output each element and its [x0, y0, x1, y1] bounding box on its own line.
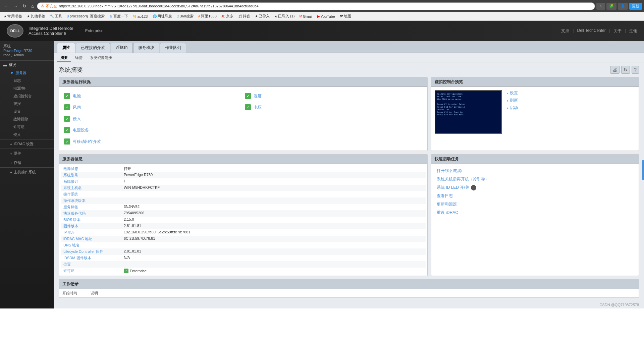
bookmark-import2[interactable]: ★ 已导入 (1) — [273, 13, 297, 19]
refresh-button[interactable]: ↻ — [21, 3, 28, 9]
power-supply-link[interactable]: 电源设备 — [73, 127, 89, 133]
logout-link[interactable]: 注销 — [629, 28, 637, 34]
sidebar-item-license[interactable]: 许可证 — [0, 123, 54, 131]
removable-link[interactable]: 可移动闪存介质 — [73, 139, 101, 145]
sidebar-item-power[interactable]: 电源/热 — [0, 84, 54, 92]
vconsole-label: 虚拟控制台 — [13, 94, 32, 99]
mac-label[interactable]: iDRAC MAC 地址 — [63, 236, 124, 241]
home-button[interactable]: ⌂ — [30, 3, 36, 9]
sub-tab-summary[interactable]: 摘要 — [57, 54, 71, 62]
tab-properties[interactable]: 属性 — [57, 43, 75, 53]
console-content: DELL Waiting configuration to be finaliz… — [431, 87, 639, 137]
sidebar-item-hardware[interactable]: + 硬件 — [0, 150, 54, 157]
sidebar-item-troubleshoot[interactable]: 故障排除 — [0, 115, 54, 123]
express-code-label[interactable]: 快速服务代码 — [63, 211, 124, 216]
intrusion-link[interactable]: 侵入 — [73, 116, 81, 122]
bookmark-youtube[interactable]: ▶ YouTube — [316, 14, 337, 19]
sidebar-item-log[interactable]: 日志 — [0, 77, 54, 84]
led-ball-icon[interactable] — [471, 185, 476, 190]
print-button[interactable]: 🖨 — [610, 66, 620, 74]
quick-item-led[interactable]: 系统 ID LED 开/关 — [434, 183, 636, 192]
model-label[interactable]: 系统型号 — [63, 173, 124, 178]
console-settings-link[interactable]: › 设置 — [507, 90, 518, 96]
settings-label: 设置 — [13, 109, 21, 114]
tab-vflash[interactable]: vFlash — [111, 43, 132, 53]
bookmark-import1[interactable]: ★ 已导入 — [253, 13, 271, 19]
console-preview[interactable]: DELL Waiting configuration to be finaliz… — [435, 90, 502, 134]
sidebar-item-storage[interactable]: + 存储 — [0, 159, 54, 167]
check-icon-intrusion: ✓ — [64, 116, 70, 122]
bookmark-hao123[interactable]: h hao123 — [131, 14, 149, 19]
sidebar-item-server[interactable]: ▼ 服务器 — [0, 69, 54, 77]
tab-service-module[interactable]: 服务模块 — [133, 43, 159, 53]
battery-link[interactable]: 电池 — [73, 93, 81, 99]
bookmark-label: 360搜索 — [180, 14, 193, 19]
bookmark-ali[interactable]: A 阿里1688 — [197, 13, 218, 19]
bookmark-douyin[interactable]: 🎵 抖音 — [236, 13, 252, 19]
bookmark-baidu-search[interactable]: 百 百度一下 — [108, 13, 130, 19]
support-link[interactable]: 支持 — [561, 28, 569, 34]
tab-job-queue[interactable]: 作业队列 — [160, 43, 186, 53]
about-link[interactable]: 关于 — [613, 28, 622, 34]
bookmark-nav[interactable]: 🌐 网址导航 — [151, 13, 174, 19]
firmware-label[interactable]: 固件版本 — [63, 224, 124, 229]
quick-item-cold-boot[interactable]: 系统关机后再开机（冷引导） — [434, 175, 636, 183]
hostname-label[interactable]: 系统主机名 — [63, 185, 124, 190]
voltage-link[interactable]: 电压 — [254, 105, 262, 110]
address-bar[interactable]: ⚠ 不安全 https://192.168.0.250/index.html?S… — [37, 2, 595, 10]
sidebar-item-idrac-settings[interactable]: + iDRAC 设置 — [0, 140, 54, 148]
license-label[interactable]: 许可证 — [63, 268, 124, 273]
quick-item-power[interactable]: 打开/关闭电源 — [434, 167, 636, 175]
bookmark-map[interactable]: 🗺 地图 — [338, 13, 353, 19]
console-refresh-link[interactable]: › 刷新 — [507, 98, 518, 103]
sidebar-overview-section[interactable]: ▬ 概况 — [0, 61, 54, 69]
back-button[interactable]: ← — [2, 3, 10, 9]
power-toggle-label: 打开/关闭电源 — [437, 168, 462, 174]
os-label[interactable]: 操作系统 — [63, 192, 124, 197]
sidebar-item-alert[interactable]: 警报 — [0, 100, 54, 108]
forward-button[interactable]: → — [11, 3, 19, 9]
quick-item-view-log[interactable]: 查看日志 — [434, 192, 636, 200]
service-tag-label[interactable]: 服务标签 — [63, 205, 124, 210]
tab-connected-media[interactable]: 已连接的介质 — [76, 43, 110, 53]
sidebar-item-intrusion[interactable]: 侵入 — [0, 131, 54, 138]
ip-label[interactable]: IP 地址 — [63, 230, 124, 235]
help-button[interactable]: ? — [632, 66, 639, 74]
extensions-button[interactable]: 🧩 — [606, 3, 616, 10]
idsdm-label[interactable]: IDSDM 固件版本 — [63, 256, 124, 261]
bookmark-360[interactable]: Q 360搜索 — [175, 13, 195, 19]
techcenter-link[interactable]: Dell TechCenter — [577, 28, 606, 34]
power-status-label[interactable]: 电源状态 — [63, 166, 124, 171]
bookmark-gmail[interactable]: M Gmail — [298, 14, 314, 19]
bookmark-changyon[interactable]: ★ 常用书签 — [2, 13, 24, 19]
bios-label[interactable]: BIOS 版本 — [63, 217, 124, 222]
console-launch-link[interactable]: › 启动 — [507, 105, 518, 111]
dns-label[interactable]: DNS 域名 — [63, 243, 124, 248]
bookmark-tools[interactable]: 🔧 工具 — [48, 13, 64, 19]
os-version-label[interactable]: 操作系统版本 — [63, 198, 124, 203]
bookmark-other[interactable]: ★ 其他书签 — [25, 13, 47, 19]
location-label[interactable]: 位置 — [63, 262, 124, 267]
bookmark-baidu[interactable]: B processorη_百度搜索 — [65, 13, 106, 19]
scroll-indicator[interactable] — [642, 160, 644, 180]
watermark: CSDN @QQ719872578 — [54, 301, 644, 308]
temp-link[interactable]: 温度 — [254, 93, 262, 99]
idrac-title-block: Integrated Dell Remote Access Controller… — [29, 26, 73, 36]
update-button[interactable]: 更新 — [629, 3, 642, 10]
sub-tab-detail[interactable]: 详情 — [72, 54, 86, 62]
fan-link[interactable]: 风扇 — [73, 105, 81, 110]
sidebar-item-hostos[interactable]: + 主机操作系统 — [0, 168, 54, 176]
revision-label[interactable]: 系统修订 — [63, 179, 124, 184]
bookmark-jd[interactable]: JD 京东 — [220, 13, 235, 19]
idrac-header: DELL Integrated Dell Remote Access Contr… — [0, 21, 644, 41]
lc-firmware-label[interactable]: Lifecycle Controller 固件 — [63, 249, 124, 254]
quick-item-update[interactable]: 更新和回滚 — [434, 200, 636, 209]
refresh-page-button[interactable]: ↻ — [621, 66, 630, 74]
sub-tab-inventory[interactable]: 系统资源清册 — [87, 54, 115, 62]
bookmark-button[interactable]: ☆ — [596, 3, 605, 10]
sidebar-item-settings[interactable]: 设置 — [0, 108, 54, 115]
sidebar-item-vconsole[interactable]: 虚拟控制台 — [0, 92, 54, 100]
quick-item-reset-idrac[interactable]: 重设 iDRAC — [434, 209, 636, 217]
info-row-os: 操作系统 — [61, 191, 426, 197]
profile-button[interactable]: 👤 — [618, 3, 628, 10]
